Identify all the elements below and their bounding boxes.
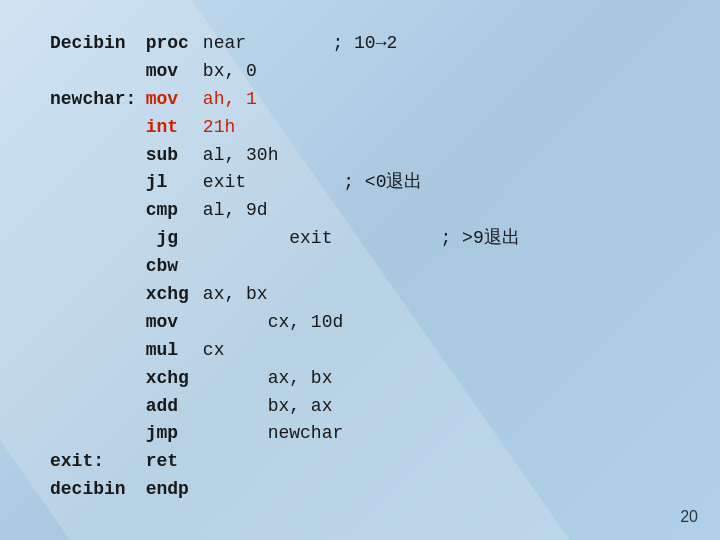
label-empty-12 — [50, 393, 146, 421]
page-number: 20 — [680, 508, 698, 526]
mnemonic-mul: mul — [146, 337, 203, 365]
label-empty-11 — [50, 365, 146, 393]
label-empty-5 — [50, 197, 146, 225]
mnemonic-jmp: jmp — [146, 420, 203, 448]
label-empty-3 — [50, 142, 146, 170]
table-row: decibin endp — [50, 476, 520, 504]
mnemonic-endp: endp — [146, 476, 203, 504]
operand-newchar: newchar — [203, 420, 520, 448]
label-empty-4 — [50, 169, 146, 197]
operand-axbx1: ax, bx — [203, 281, 520, 309]
table-row: cbw — [50, 253, 520, 281]
table-row: jmp newchar — [50, 420, 520, 448]
table-row: int 21h — [50, 114, 520, 142]
table-row: jg exit ; >9退出 — [50, 225, 520, 253]
mnemonic-mov2: mov — [146, 86, 203, 114]
table-row: newchar: mov ah, 1 — [50, 86, 520, 114]
code-content: Decibin proc near ; 10→2 mov bx, 0 newch… — [50, 30, 520, 504]
operand-axbx2: ax, bx — [203, 365, 520, 393]
mnemonic-int: int — [146, 114, 203, 142]
table-row: exit: ret — [50, 448, 520, 476]
label-empty-13 — [50, 420, 146, 448]
label-empty-6 — [50, 225, 146, 253]
operand-near: near ; 10→2 — [203, 30, 520, 58]
label-empty-1 — [50, 58, 146, 86]
table-row: mov bx, 0 — [50, 58, 520, 86]
operand-exit1: exit ; <0退出 — [203, 169, 520, 197]
label-decibin: Decibin — [50, 30, 146, 58]
mnemonic-xchg2: xchg — [146, 365, 203, 393]
table-row: mov cx, 10d — [50, 309, 520, 337]
mnemonic-jl: jl — [146, 169, 203, 197]
mnemonic-cbw: cbw — [146, 253, 203, 281]
label-empty-9 — [50, 309, 146, 337]
label-empty-8 — [50, 281, 146, 309]
label-exit: exit: — [50, 448, 146, 476]
label-newchar: newchar: — [50, 86, 146, 114]
table-row: add bx, ax — [50, 393, 520, 421]
mnemonic-cmp: cmp — [146, 197, 203, 225]
mnemonic-ret: ret — [146, 448, 203, 476]
slide-background: Decibin proc near ; 10→2 mov bx, 0 newch… — [0, 0, 720, 540]
mnemonic-mov3: mov — [146, 309, 203, 337]
table-row: jl exit ; <0退出 — [50, 169, 520, 197]
operand-cbw — [203, 253, 520, 281]
table-row: xchg ax, bx — [50, 281, 520, 309]
operand-endp — [203, 476, 520, 504]
operand-cx10d: cx, 10d — [203, 309, 520, 337]
label-empty-2 — [50, 114, 146, 142]
operand-ah1: ah, 1 — [203, 86, 520, 114]
mnemonic-sub: sub — [146, 142, 203, 170]
mnemonic-jg: jg — [146, 225, 203, 253]
table-row: Decibin proc near ; 10→2 — [50, 30, 520, 58]
label-empty-7 — [50, 253, 146, 281]
mnemonic-proc: proc — [146, 30, 203, 58]
operand-bxax: bx, ax — [203, 393, 520, 421]
operand-21h: 21h — [203, 114, 520, 142]
operand-al9d: al, 9d — [203, 197, 520, 225]
operand-bx0: bx, 0 — [203, 58, 520, 86]
table-row: sub al, 30h — [50, 142, 520, 170]
table-row: cmp al, 9d — [50, 197, 520, 225]
operand-ret — [203, 448, 520, 476]
operand-cx: cx — [203, 337, 520, 365]
operand-al30h: al, 30h — [203, 142, 520, 170]
label-empty-10 — [50, 337, 146, 365]
table-row: xchg ax, bx — [50, 365, 520, 393]
table-row: mul cx — [50, 337, 520, 365]
mnemonic-xchg1: xchg — [146, 281, 203, 309]
label-decibin-end: decibin — [50, 476, 146, 504]
mnemonic-add: add — [146, 393, 203, 421]
mnemonic-mov1: mov — [146, 58, 203, 86]
operand-exit2: exit ; >9退出 — [203, 225, 520, 253]
